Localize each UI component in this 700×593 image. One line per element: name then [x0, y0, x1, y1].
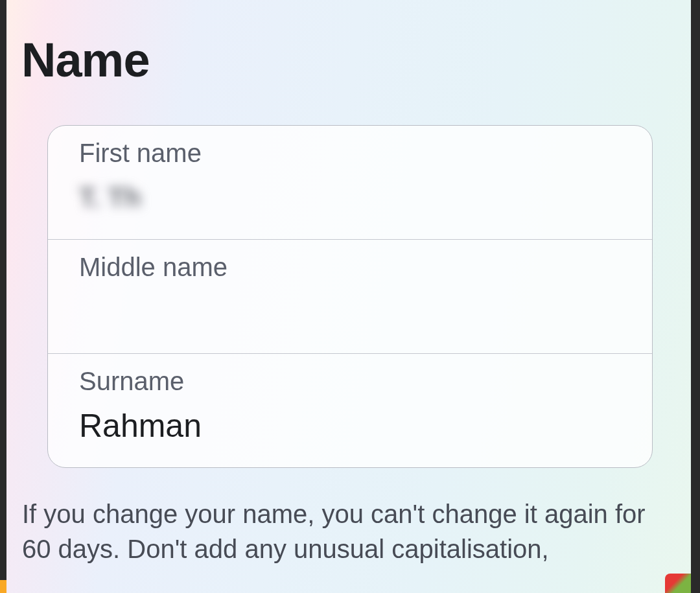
page-title: Name — [21, 32, 681, 87]
middle-name-input[interactable] — [79, 286, 621, 338]
helper-text: If you change your name, you can't chang… — [19, 496, 681, 566]
first-name-label: First name — [79, 139, 621, 168]
name-form-card: First name Middle name Surname — [47, 125, 653, 468]
window-accent-left — [0, 580, 6, 593]
content-area: Name First name Middle name Surname If y… — [19, 0, 681, 593]
middle-name-field[interactable]: Middle name — [48, 240, 652, 354]
surname-field[interactable]: Surname — [48, 354, 652, 467]
surname-label: Surname — [79, 367, 621, 396]
window-accent-right — [665, 574, 691, 593]
surname-input[interactable] — [79, 400, 621, 452]
viewport: Name First name Middle name Surname If y… — [0, 0, 700, 593]
middle-name-label: Middle name — [79, 253, 621, 282]
window-border-right — [691, 0, 700, 593]
first-name-field[interactable]: First name — [48, 126, 652, 240]
window-border-left — [0, 0, 6, 593]
first-name-input[interactable] — [79, 172, 621, 224]
